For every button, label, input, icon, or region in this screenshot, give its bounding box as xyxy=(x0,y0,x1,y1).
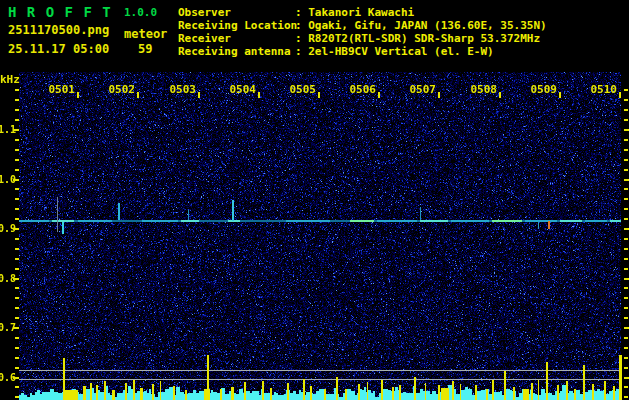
meteor-ping-spike xyxy=(538,380,539,400)
meteor-ping-spike xyxy=(358,384,360,400)
level-reference-line xyxy=(19,379,621,380)
meteor-ping-spike xyxy=(583,365,585,400)
meteor-ping-spike xyxy=(392,387,394,400)
freq-tick xyxy=(15,109,19,111)
meteor-ping-spike xyxy=(613,386,615,400)
meteor-ping-spike xyxy=(96,385,98,400)
meteor-echo-streak xyxy=(57,197,58,232)
meteor-ping-spike xyxy=(546,362,548,400)
right-freq-tick xyxy=(624,278,629,280)
time-tick xyxy=(258,92,260,98)
right-freq-tick xyxy=(624,139,628,141)
freq-tick-label: 0.8 xyxy=(0,273,13,284)
meteor-echo-streak xyxy=(118,203,120,220)
time-tick xyxy=(619,92,621,98)
meteor-ping-spike xyxy=(220,389,222,400)
right-freq-tick xyxy=(624,228,629,230)
time-tick xyxy=(378,92,380,98)
app-title: H R O F F T xyxy=(8,4,112,20)
right-freq-tick xyxy=(624,169,628,171)
carrier-segment xyxy=(181,220,199,222)
right-freq-tick xyxy=(624,159,628,161)
echo-count-value: 59 xyxy=(138,42,152,56)
right-freq-tick xyxy=(624,287,628,289)
freq-tick xyxy=(15,347,19,349)
right-freq-tick xyxy=(624,367,628,369)
right-freq-tick xyxy=(624,149,628,151)
freq-tick xyxy=(15,317,19,319)
meteor-ping-spike xyxy=(557,385,559,400)
carrier-segment xyxy=(451,220,489,222)
right-freq-tick xyxy=(624,238,628,240)
meteor-ping-spike xyxy=(140,388,143,400)
meteor-echo-streak xyxy=(188,210,189,220)
meteor-ping-spike xyxy=(438,385,440,400)
observation-datetime: 25.11.17 05:00 xyxy=(8,42,109,56)
time-tick xyxy=(438,92,440,98)
right-freq-tick xyxy=(624,258,628,260)
hrofft-spectrogram-image: H R O F F T 1.0.0 2511170500.png meteor … xyxy=(0,0,629,400)
station-info-label: Receiver xyxy=(178,32,231,45)
carrier-segment xyxy=(115,220,139,222)
carrier-segment xyxy=(525,220,557,222)
meteor-ping-spike xyxy=(381,380,383,400)
right-freq-tick xyxy=(624,89,628,91)
meteor-ping-spike xyxy=(133,380,135,400)
freq-tick xyxy=(15,386,19,388)
meteor-echo-streak xyxy=(538,221,539,229)
station-info-label: Observer xyxy=(178,6,231,19)
meteor-ping-spike xyxy=(414,377,416,400)
right-freq-tick xyxy=(624,307,628,309)
right-freq-tick xyxy=(624,357,628,359)
meteor-ping-spike xyxy=(504,371,506,400)
right-freq-tick xyxy=(624,208,628,210)
freq-tick xyxy=(15,287,19,289)
meteor-ping-spike xyxy=(270,388,272,400)
meteor-ping-spike xyxy=(619,355,622,400)
carrier-segment xyxy=(377,220,417,222)
carrier-segment xyxy=(228,220,240,222)
station-info-value: : Ogaki, Gifu, JAPAN (136.60E, 35.35N) xyxy=(295,19,547,32)
right-freq-tick xyxy=(624,317,628,319)
time-tick-label: 0501 xyxy=(45,83,75,96)
output-filename: 2511170500.png xyxy=(8,23,109,37)
freq-tick-label: 1.0 xyxy=(0,174,13,185)
freq-tick xyxy=(15,268,19,270)
freq-tick xyxy=(15,367,19,369)
station-info-row: Observer: Takanori Kawachi xyxy=(178,6,629,19)
meteor-ping-spike xyxy=(244,382,246,400)
carrier-segment xyxy=(420,220,448,222)
freq-tick xyxy=(15,119,19,121)
right-freq-tick xyxy=(624,218,628,220)
meteor-ping-spike xyxy=(425,383,426,400)
meteor-ping-spike xyxy=(303,379,305,400)
right-freq-tick xyxy=(624,386,628,388)
carrier-segment xyxy=(286,220,330,222)
meteor-ping-spike xyxy=(531,383,533,400)
freq-tick xyxy=(15,198,19,200)
right-freq-tick xyxy=(624,198,628,200)
carrier-segment xyxy=(560,220,582,222)
right-freq-tick xyxy=(624,109,628,111)
meteor-ping-spike xyxy=(64,390,78,400)
meteor-ping-spike xyxy=(574,389,576,400)
carrier-segment xyxy=(142,220,178,222)
freq-tick xyxy=(15,258,19,260)
meteor-ping-spike xyxy=(310,386,312,400)
freq-tick xyxy=(15,208,19,210)
spectrogram-noise-canvas xyxy=(19,72,621,400)
station-info-value: : 2el-HB9CV Vertical (el. E-W) xyxy=(295,45,494,58)
meteor-echo-streak xyxy=(232,200,234,221)
meteor-ping-spike xyxy=(492,380,494,400)
meteor-ping-spike xyxy=(324,389,326,400)
freq-tick xyxy=(15,238,19,240)
meteor-ping-spike xyxy=(566,381,568,400)
freq-tick xyxy=(15,248,19,250)
station-info-label: Receiving Location xyxy=(178,19,297,32)
meteor-ping-spike xyxy=(604,381,606,400)
right-freq-tick xyxy=(624,347,628,349)
time-tick-label: 0503 xyxy=(166,83,196,96)
freq-tick xyxy=(15,169,19,171)
app-version: 1.0.0 xyxy=(124,6,157,19)
meteor-ping-spike xyxy=(90,383,92,400)
